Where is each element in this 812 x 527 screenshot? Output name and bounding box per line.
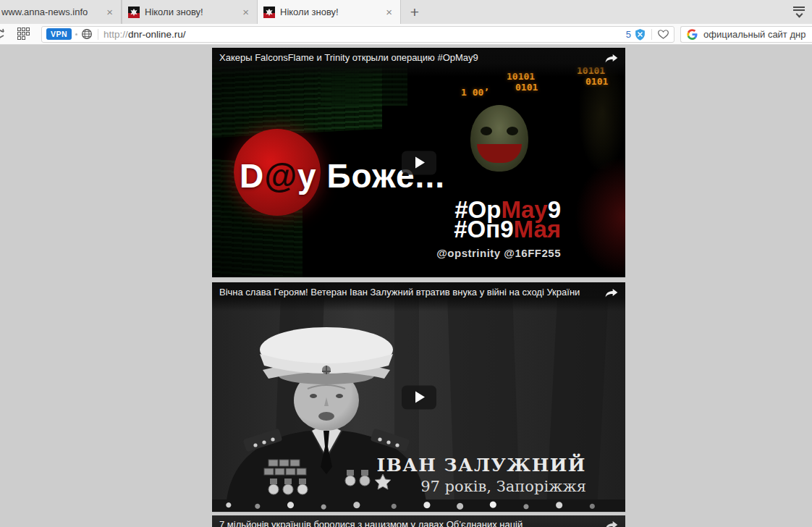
tab-nikoly-znovu-2-active[interactable]: Ніколи знову! × [258, 0, 401, 24]
separator-dot [75, 33, 77, 35]
search-box[interactable]: официальный сайт днр [680, 26, 812, 43]
close-icon[interactable]: × [240, 6, 251, 18]
tab-title: www.anna-news.info [1, 7, 99, 17]
share-icon[interactable] [604, 51, 619, 64]
blocked-ads-count: 5 [626, 29, 631, 40]
veteran-name: ІВАН ЗАЛУЖНИЙ [377, 455, 586, 476]
clown-mask-art [470, 105, 528, 172]
search-query: официальный сайт днр [703, 29, 805, 40]
tab-menu-icon[interactable] [792, 5, 806, 18]
globe-icon [81, 28, 93, 40]
video-title-link[interactable]: Хакеры FalconsFlame и Trinity открыли оп… [212, 48, 625, 77]
tab-bar: www.anna-news.info × Ніколи знову! × Нік… [0, 0, 812, 24]
new-tab-button[interactable]: + [401, 0, 428, 24]
video-title-link[interactable]: 7 мільйонів українців боролися з нацизмо… [212, 515, 625, 527]
divider [651, 29, 652, 40]
speed-dial-icon[interactable] [17, 28, 31, 41]
play-icon [415, 392, 425, 403]
tab-title: Ніколи знову! [145, 7, 235, 17]
tab-tiling-icon[interactable] [0, 27, 12, 41]
google-logo-icon [687, 29, 698, 40]
play-icon [415, 157, 425, 169]
binary-overlay-text: 1 00’ [461, 87, 489, 98]
url-scheme: http:// [103, 29, 128, 40]
share-icon[interactable] [604, 286, 619, 299]
tab-title: Ніколи знову! [280, 7, 378, 17]
tab-nikoly-znovu-1[interactable]: Ніколи знову! × [122, 0, 258, 24]
play-button[interactable] [402, 385, 436, 409]
page-content: 1 00’ 10101 0101 10101 0101 D@y Боже... … [0, 45, 812, 527]
dnr-favicon-icon [263, 7, 275, 18]
video-embed-zaluzhnyi[interactable]: ІВАН ЗАЛУЖНИЙ 97 років, Запоріжжя Вічна … [212, 282, 625, 513]
browser-window: www.anna-news.info × Ніколи знову! × Нік… [0, 0, 812, 527]
vpn-badge[interactable]: VPN [46, 28, 72, 40]
twitter-handles: @opstrinity @16FF255 [436, 243, 561, 263]
tab-anna-news[interactable]: www.anna-news.info × [0, 0, 122, 24]
divider [98, 29, 98, 40]
adblock-shield-icon[interactable] [634, 28, 646, 41]
address-field[interactable]: VPN http://dnr-online.ru/ 5 [41, 26, 674, 43]
video-embed-opmay9[interactable]: 1 00’ 10101 0101 10101 0101 D@y Боже... … [212, 48, 625, 278]
close-icon[interactable]: × [384, 6, 394, 18]
crowd-strip-art [212, 499, 625, 512]
veteran-age-city: 97 років, Запоріжжя [377, 478, 586, 495]
play-button[interactable] [402, 151, 436, 174]
thumbnail-caption: ІВАН ЗАЛУЖНИЙ 97 років, Запоріжжя [377, 455, 586, 495]
dnr-favicon-icon [128, 7, 140, 18]
video-embed-partial[interactable]: 7 мільйонів українців боролися з нацизмо… [212, 515, 625, 527]
share-icon[interactable] [604, 518, 619, 527]
video-title-link[interactable]: Вічна слава Героям! Ветеран Іван Залужни… [212, 282, 625, 311]
close-icon[interactable]: × [104, 6, 115, 18]
hashtag-block: #OpMay9 #Оп9Мая @opstrinity @16FF255 [436, 200, 561, 263]
video-column: 1 00’ 10101 0101 10101 0101 D@y Боже... … [212, 48, 625, 527]
url-host: dnr-online.ru/ [128, 29, 186, 40]
address-bar: VPN http://dnr-online.ru/ 5 [0, 24, 812, 45]
url-text: http://dnr-online.ru/ [103, 29, 626, 40]
heart-bookmark-icon[interactable] [657, 28, 669, 40]
